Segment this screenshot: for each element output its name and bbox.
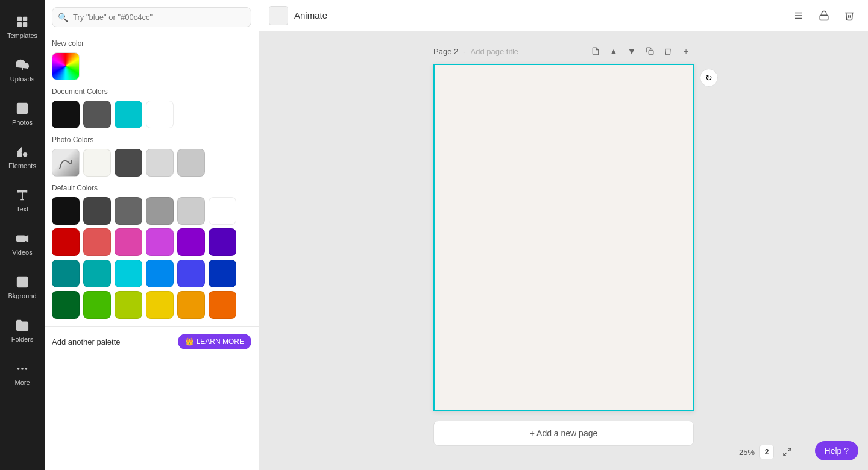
default-color-swatch[interactable] — [209, 291, 236, 319]
photo-color-swatch[interactable] — [52, 149, 80, 177]
svg-point-8 — [23, 152, 27, 156]
document-colors-row — [52, 101, 251, 128]
sidebar-item-text[interactable]: Text — [0, 178, 45, 222]
photo-color-swatch[interactable] — [83, 149, 111, 177]
page-copy-button[interactable] — [642, 43, 658, 59]
page-delete-button[interactable] — [660, 43, 676, 59]
sidebar-item-folders[interactable]: Folders — [0, 309, 45, 352]
default-color-swatch[interactable] — [115, 197, 142, 225]
sidebar-item-elements[interactable]: Elements — [0, 135, 45, 178]
photo-color-swatch[interactable] — [146, 149, 174, 177]
page-indicator[interactable]: 2 — [760, 445, 774, 459]
svg-rect-1 — [23, 16, 27, 20]
default-color-swatch[interactable] — [83, 197, 111, 225]
animate-label: Animate — [294, 10, 327, 20]
default-color-swatch[interactable] — [209, 228, 236, 256]
text-icon — [15, 188, 30, 202]
default-color-swatch[interactable] — [52, 291, 80, 319]
learn-more-button[interactable]: 👑 LEARN MORE — [178, 334, 251, 349]
default-color-swatch[interactable] — [146, 197, 174, 225]
photo-colors-label: Photo Colors — [52, 136, 251, 144]
default-color-swatch[interactable] — [209, 197, 236, 225]
more-icon — [15, 362, 30, 376]
sidebar-item-photos[interactable]: Photos — [0, 92, 45, 135]
svg-rect-14 — [17, 277, 28, 287]
default-color-swatch[interactable] — [146, 260, 174, 287]
format-icon-button[interactable] — [790, 7, 808, 25]
default-color-swatch[interactable] — [52, 260, 80, 287]
lock-icon-button[interactable] — [815, 7, 833, 25]
new-color-rainbow-swatch[interactable] — [52, 52, 80, 80]
page-number-label: Page 2 — [433, 47, 458, 56]
sidebar-item-label: Bkground — [8, 292, 36, 299]
sidebar-item-label: Elements — [8, 162, 36, 169]
default-color-swatch[interactable] — [209, 260, 236, 287]
sidebar-item-label: Videos — [12, 249, 32, 256]
default-color-swatch[interactable] — [146, 228, 174, 256]
expand-button[interactable] — [779, 443, 796, 460]
canvas-workspace[interactable]: Page 2 - Add page title ▲ ▼ + ↻ — [259, 31, 868, 470]
add-page-button[interactable]: + Add a new page — [433, 421, 694, 446]
default-colors-label: Default Colors — [52, 184, 251, 192]
default-color-swatch[interactable] — [52, 197, 80, 225]
default-color-swatch[interactable] — [146, 291, 174, 319]
photos-icon — [15, 101, 30, 116]
sidebar-item-uploads[interactable]: Uploads — [0, 48, 45, 92]
default-color-swatch[interactable] — [177, 197, 205, 225]
doc-color-swatch[interactable] — [146, 101, 174, 128]
default-color-swatch[interactable] — [52, 228, 80, 256]
svg-rect-3 — [23, 22, 27, 26]
page-add-button[interactable]: + — [678, 43, 694, 59]
document-colors-label: Document Colors — [52, 87, 251, 96]
svg-point-16 — [21, 368, 24, 370]
doc-color-swatch-selected[interactable] — [115, 101, 142, 128]
svg-point-15 — [17, 368, 20, 370]
canvas-page[interactable] — [433, 64, 694, 411]
svg-rect-12 — [17, 236, 25, 241]
help-button[interactable]: Help ? — [815, 441, 858, 460]
svg-point-17 — [25, 368, 28, 370]
toolbar: Animate — [259, 0, 868, 31]
default-color-swatch[interactable] — [83, 228, 111, 256]
sidebar-item-templates[interactable]: Templates — [0, 5, 45, 48]
sidebar-item-label: Photos — [12, 119, 33, 126]
photo-colors-row — [52, 149, 251, 177]
default-color-swatch[interactable] — [83, 291, 111, 319]
svg-marker-9 — [17, 146, 22, 151]
default-color-swatch[interactable] — [177, 260, 205, 287]
sidebar-item-label: More — [14, 379, 30, 386]
background-icon — [15, 275, 30, 289]
page-notes-button[interactable] — [588, 43, 603, 59]
default-color-swatch[interactable] — [83, 260, 111, 287]
doc-color-swatch[interactable] — [52, 101, 80, 128]
refresh-button[interactable]: ↻ — [700, 69, 718, 87]
delete-icon-button[interactable] — [840, 7, 858, 25]
upload-icon — [15, 58, 30, 72]
sidebar-item-more[interactable]: More — [0, 352, 45, 395]
sidebar-item-background[interactable]: Bkground — [0, 265, 45, 309]
add-palette-label: Add another palette — [52, 337, 120, 346]
svg-rect-7 — [17, 152, 22, 156]
default-color-swatch[interactable] — [177, 228, 205, 256]
svg-rect-18 — [820, 15, 828, 20]
sidebar-item-label: Templates — [7, 32, 37, 39]
svg-line-21 — [784, 453, 787, 456]
photo-color-swatch[interactable] — [177, 149, 205, 177]
toolbar-right — [790, 7, 858, 25]
default-color-swatch[interactable] — [115, 228, 142, 256]
default-color-swatch[interactable] — [115, 291, 142, 319]
page-title-placeholder[interactable]: Add page title — [471, 47, 519, 56]
templates-icon — [15, 14, 30, 29]
color-preview[interactable] — [269, 6, 288, 25]
search-icon: 🔍 — [58, 13, 68, 22]
search-input[interactable] — [52, 7, 251, 27]
default-color-swatch[interactable] — [177, 291, 205, 319]
videos-icon — [15, 231, 30, 246]
sidebar-item-videos[interactable]: Videos — [0, 222, 45, 265]
status-bar: 25% 2 — [739, 443, 796, 460]
page-up-button[interactable]: ▲ — [606, 43, 621, 59]
page-down-button[interactable]: ▼ — [624, 43, 640, 59]
photo-color-swatch[interactable] — [115, 149, 142, 177]
doc-color-swatch[interactable] — [83, 101, 111, 128]
default-color-swatch[interactable] — [115, 260, 142, 287]
